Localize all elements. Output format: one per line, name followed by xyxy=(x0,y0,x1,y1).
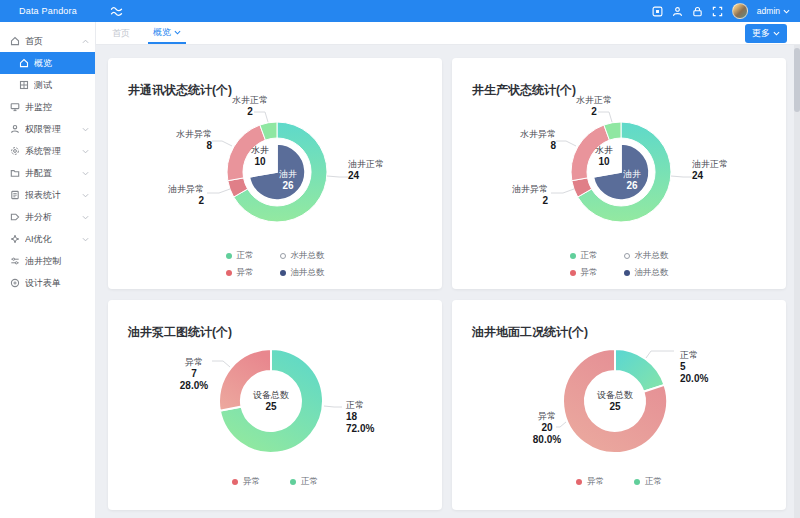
sidebar-item-label: 设计表单 xyxy=(25,277,89,290)
sidebar-item-form-designer[interactable]: 设计表单 xyxy=(0,272,95,294)
legend-item[interactable]: 水井总数 xyxy=(280,250,325,262)
brand-logo: Data Pandora xyxy=(0,6,96,16)
chart-legend: 正常 水井总数 异常 油井总数 xyxy=(452,250,786,279)
sidebar-item-label: 系统管理 xyxy=(25,145,77,158)
tab-label: 概览 xyxy=(153,26,171,39)
slice-label: 正常520.0% xyxy=(680,349,764,385)
more-button[interactable]: 更多 xyxy=(745,24,787,43)
analysis-icon xyxy=(10,212,20,222)
sidebar-item-label: 测试 xyxy=(34,79,89,92)
sidebar-item-permissions[interactable]: 权限管理 xyxy=(0,118,95,140)
chart-card-surface-condition: 油井地面工况统计(个) 正常520.0% 异常2080.0% 设备总数25 异常… xyxy=(452,300,786,510)
legend-swatch xyxy=(624,270,630,276)
legend-swatch xyxy=(232,479,238,485)
user-menu[interactable]: admin xyxy=(757,6,790,16)
sidebar-item-ai[interactable]: AI优化 xyxy=(0,228,95,250)
slice-label: 水井异常8 xyxy=(130,128,212,152)
lock-icon[interactable] xyxy=(692,6,703,17)
legend-item[interactable]: 异常 xyxy=(232,476,260,488)
home-icon xyxy=(10,36,20,46)
legend-item[interactable]: 正常 xyxy=(570,250,598,262)
inner-slice-label: 水井10 xyxy=(232,145,288,167)
inner-slice-label: 油井26 xyxy=(604,169,660,191)
sidebar-item-label: AI优化 xyxy=(25,233,77,246)
control-icon xyxy=(10,256,20,266)
chevron-up-icon xyxy=(82,39,89,44)
tab-overview[interactable]: 概览 xyxy=(148,22,186,44)
chevron-down-icon xyxy=(783,9,790,14)
legend-swatch xyxy=(280,270,286,276)
box-icon[interactable] xyxy=(652,6,663,17)
chart-legend: 异常 正常 xyxy=(452,476,786,488)
gear-icon xyxy=(10,146,20,156)
more-label: 更多 xyxy=(752,27,770,40)
sidebar-item-label: 油井控制 xyxy=(25,255,89,268)
legend-item[interactable]: 油井总数 xyxy=(624,267,669,279)
legend-swatch xyxy=(634,479,640,485)
monitor-icon xyxy=(10,102,20,112)
breadcrumb[interactable]: 首页 xyxy=(112,27,130,40)
legend-item[interactable]: 异常 xyxy=(226,267,254,279)
legend-item[interactable]: 异常 xyxy=(576,476,604,488)
username: admin xyxy=(757,6,780,16)
sidebar-item-label: 井分析 xyxy=(25,211,77,224)
sidebar-item-well-config[interactable]: 井配置 xyxy=(0,162,95,184)
legend-swatch xyxy=(624,253,630,259)
sidebar-item-well-control[interactable]: 油井控制 xyxy=(0,250,95,272)
sidebar-item-home[interactable]: 首页 xyxy=(0,30,95,52)
sidebar-item-label: 首页 xyxy=(25,35,77,48)
chevron-down-icon xyxy=(82,127,89,132)
sidebar-item-label: 概览 xyxy=(34,57,89,70)
sidebar-item-label: 井配置 xyxy=(25,167,77,180)
sidebar-item-system[interactable]: 系统管理 xyxy=(0,140,95,162)
topbar-actions: admin xyxy=(652,3,800,19)
inner-slice-label: 油井26 xyxy=(260,169,316,191)
overview-icon xyxy=(19,58,29,68)
sidebar-collapse-icon[interactable] xyxy=(110,6,123,17)
chevron-down-icon xyxy=(773,31,780,36)
grid-icon xyxy=(19,80,29,90)
user-icon[interactable] xyxy=(672,6,683,17)
tab-bar: 首页 概览 更多 xyxy=(96,22,800,45)
slice-label: 水井正常2 xyxy=(206,94,294,118)
sidebar-item-label: 报表统计 xyxy=(25,189,77,202)
chevron-down-icon xyxy=(82,237,89,242)
sidebar-item-test[interactable]: 测试 xyxy=(0,74,95,96)
sidebar-item-label: 井监控 xyxy=(25,101,89,114)
center-label: 设备总数25 xyxy=(221,389,321,413)
slice-label: 油井异常2 xyxy=(466,183,548,207)
legend-swatch xyxy=(280,253,286,259)
sidebar-item-well-analysis[interactable]: 井分析 xyxy=(0,206,95,228)
app: Data Pandora admin xyxy=(0,0,800,518)
legend-item[interactable]: 油井总数 xyxy=(280,267,325,279)
scrollbar-thumb[interactable] xyxy=(794,48,800,112)
legend-swatch xyxy=(290,479,296,485)
sidebar-item-reports[interactable]: 报表统计 xyxy=(0,184,95,206)
chart-card-pump-diagram: 油井泵工图统计(个) 异常728.0% 正常1872.0% 设备总数25 异常 … xyxy=(108,300,442,510)
sidebar-item-well-monitor[interactable]: 井监控 xyxy=(0,96,95,118)
scrollbar-track xyxy=(794,45,800,518)
sidebar-item-label: 权限管理 xyxy=(25,123,77,136)
chevron-down-icon xyxy=(82,171,89,176)
chevron-down-icon xyxy=(82,193,89,198)
legend-swatch xyxy=(570,253,576,259)
sidebar-item-overview[interactable]: 概览 xyxy=(0,52,95,74)
slice-label: 水井正常2 xyxy=(550,94,638,118)
legend-swatch xyxy=(226,253,232,259)
chevron-down-icon xyxy=(82,149,89,154)
user-icon xyxy=(10,124,20,134)
slice-label: 油井异常2 xyxy=(122,183,204,207)
top-bar: Data Pandora admin xyxy=(0,0,800,22)
report-icon xyxy=(10,190,20,200)
chevron-down-icon xyxy=(82,215,89,220)
form-icon xyxy=(10,278,20,288)
legend-item[interactable]: 正常 xyxy=(226,250,254,262)
legend-item[interactable]: 水井总数 xyxy=(624,250,669,262)
slice-label: 异常728.0% xyxy=(152,356,236,392)
legend-item[interactable]: 正常 xyxy=(634,476,662,488)
legend-item[interactable]: 正常 xyxy=(290,476,318,488)
legend-swatch xyxy=(576,479,582,485)
legend-item[interactable]: 异常 xyxy=(570,267,598,279)
avatar[interactable] xyxy=(732,3,748,19)
fullscreen-icon[interactable] xyxy=(712,6,723,17)
